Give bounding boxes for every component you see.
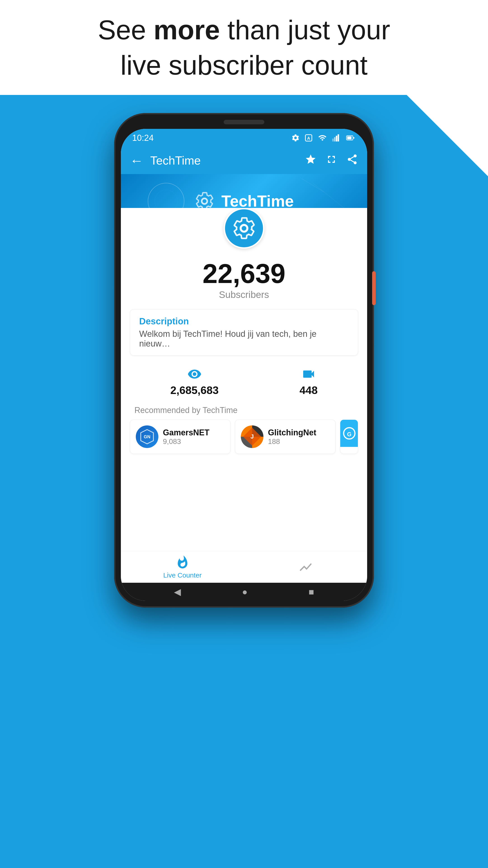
svg-text:J: J — [251, 433, 254, 440]
svg-rect-2 — [332, 138, 334, 142]
description-title: Description — [139, 316, 349, 327]
accessibility-icon: A — [304, 133, 313, 142]
phone-mockup: 10:24 A — [114, 113, 374, 608]
svg-text:A: A — [307, 136, 310, 141]
partial-logo-icon: G — [343, 427, 356, 440]
glitchingnet-logo: J — [241, 426, 263, 448]
fullscreen-button[interactable] — [326, 153, 337, 168]
back-system-button[interactable]: ◀ — [174, 587, 181, 597]
signal-icon — [332, 133, 340, 142]
subscriber-label: Subscribers — [130, 289, 358, 300]
settings-icon — [291, 133, 300, 142]
subscriber-section: 22,639 Subscribers — [121, 253, 367, 305]
wifi-icon — [318, 133, 327, 142]
recommended-card-partial[interactable]: G — [340, 420, 358, 454]
svg-rect-7 — [347, 136, 352, 140]
phone-screen: 10:24 A — [121, 129, 367, 601]
avatar-gear-icon — [232, 216, 256, 241]
avatar-section — [121, 208, 367, 253]
flame-icon — [175, 555, 190, 569]
tagline-line2: live subscriber count — [98, 48, 390, 83]
description-card: Description Welkom bij TechTime! Houd ji… — [130, 309, 358, 355]
stats-row: 2,685,683 448 — [121, 360, 367, 403]
svg-rect-5 — [337, 134, 339, 142]
recommended-list: GN GamersNET 9,083 — [121, 420, 367, 461]
system-bar: ◀ ● ■ — [121, 583, 367, 601]
toolbar-title: TechTime — [150, 154, 298, 167]
description-text: Welkom bij TechTime! Houd jij van tech, … — [139, 329, 349, 348]
gamersnet-name: GamersNET — [163, 428, 209, 437]
svg-rect-4 — [336, 136, 337, 142]
svg-rect-8 — [353, 137, 355, 138]
svg-line-12 — [313, 183, 347, 210]
svg-text:G: G — [347, 431, 351, 437]
partial-avatar: G — [340, 420, 358, 447]
svg-text:GN: GN — [144, 434, 150, 439]
bottom-navigation: Live Counter — [121, 551, 367, 583]
svg-point-13 — [202, 199, 207, 204]
glitchingnet-info: GlitchingNet 188 — [268, 428, 316, 446]
tagline: See more than just your live subscriber … — [98, 12, 390, 83]
share-button[interactable] — [346, 153, 358, 168]
svg-line-11 — [302, 179, 324, 192]
banner-channel-name: TechTime — [221, 192, 294, 210]
subscriber-count: 22,639 — [130, 260, 358, 287]
status-time: 10:24 — [132, 133, 154, 143]
nav-stats[interactable] — [244, 560, 367, 575]
svg-rect-3 — [334, 137, 335, 142]
scroll-indicator — [372, 271, 376, 305]
avatar — [224, 208, 264, 249]
home-system-button[interactable]: ● — [242, 587, 248, 597]
views-stat: 2,685,683 — [170, 367, 219, 397]
battery-icon — [345, 133, 356, 142]
stats-icon — [298, 560, 313, 575]
videos-icon — [301, 367, 316, 381]
glitchingnet-avatar: J — [241, 426, 263, 448]
gamersnet-info: GamersNET 9,083 — [163, 428, 209, 446]
recents-system-button[interactable]: ■ — [308, 587, 314, 597]
views-icon — [187, 367, 202, 381]
toolbar-icons — [305, 153, 358, 168]
back-button[interactable]: ← — [130, 153, 143, 168]
app-toolbar: ← TechTime — [121, 147, 367, 174]
videos-stat: 448 — [300, 367, 318, 397]
tagline-bold: more — [154, 15, 220, 45]
gamersnet-subs: 9,083 — [163, 437, 209, 446]
phone-speaker — [224, 120, 264, 124]
favorite-button[interactable] — [305, 153, 317, 168]
gamersnet-logo: GN — [139, 429, 155, 445]
live-counter-label: Live Counter — [163, 571, 201, 579]
top-section: See more than just your live subscriber … — [0, 0, 488, 95]
phone-outer: 10:24 A — [114, 113, 374, 608]
glitchingnet-subs: 188 — [268, 437, 316, 446]
nav-live-counter[interactable]: Live Counter — [121, 555, 244, 579]
empty-area — [121, 461, 367, 551]
recommended-card-gamersnet[interactable]: GN GamersNET 9,083 — [130, 420, 230, 454]
glitchingnet-name: GlitchingNet — [268, 428, 316, 437]
recommended-label: Recommended by TechTime — [121, 403, 367, 420]
views-count: 2,685,683 — [170, 384, 219, 397]
videos-count: 448 — [300, 384, 318, 397]
status-icons: A — [291, 133, 356, 142]
status-bar: 10:24 A — [121, 129, 367, 147]
recommended-card-glitchingnet[interactable]: J GlitchingNet 188 — [235, 420, 335, 454]
svg-point-14 — [241, 225, 247, 231]
gamersnet-avatar: GN — [136, 426, 158, 448]
